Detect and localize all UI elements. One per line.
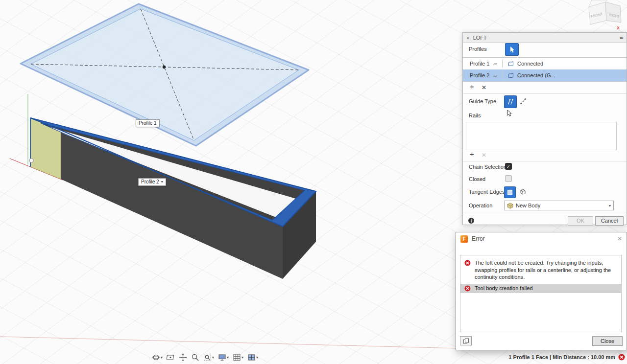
cursor-arrow-icon — [509, 46, 515, 53]
viewcube[interactable]: FRONT RIGHT X — [589, 0, 621, 30]
profiles-label: Profiles — [469, 46, 487, 52]
chain-selection-checkbox[interactable]: ✓ — [505, 163, 512, 170]
remove-profile-button[interactable]: ✕ — [482, 84, 486, 91]
collapse-panel-icon[interactable]: ▸▸ — [620, 35, 623, 40]
orbit-button[interactable]: ▾ — [152, 353, 163, 362]
profile-row-1[interactable]: Profile 1 ▱ Connected — [463, 58, 627, 69]
viewcube-right-face[interactable] — [605, 2, 621, 23]
separator — [463, 215, 627, 215]
separator — [463, 161, 627, 161]
look-at-icon — [167, 353, 175, 362]
chevron-down-icon: ▾ — [161, 355, 163, 360]
operation-value: New Body — [516, 203, 540, 208]
guide-type-label: Guide Type — [469, 98, 496, 104]
sketch-profile1[interactable] — [21, 4, 309, 146]
grid-snaps-button[interactable]: ▾ — [233, 353, 243, 362]
remove-rail-button[interactable]: ✕ — [482, 152, 486, 159]
sketch-center-point[interactable] — [163, 66, 166, 68]
fusion-window: FRONT RIGHT X Profile 1 Profile 2 ▾ ◐ LO… — [0, 0, 627, 364]
error-dialog: F Error ✕ The loft could not be created.… — [456, 232, 627, 350]
chevron-down-icon: ▾ — [212, 355, 214, 360]
profile-row-name: Profile 1 — [470, 61, 493, 67]
rails-select-button[interactable] — [506, 110, 512, 117]
profile-row-name: Profile 2 — [470, 72, 493, 78]
separator — [463, 93, 627, 94]
display-settings-icon — [218, 353, 226, 362]
error-close-button[interactable]: Close — [592, 336, 623, 346]
viewcube-x-axis-label: X — [617, 25, 620, 30]
face-sheet-icon — [507, 189, 513, 195]
navigation-toolbar: ▾ ▾ — [152, 353, 258, 362]
zoom-button[interactable] — [191, 353, 199, 362]
viewports-button[interactable]: ▾ — [247, 353, 258, 362]
look-at-button[interactable] — [167, 353, 175, 362]
display-settings-button[interactable]: ▾ — [218, 353, 229, 362]
cancel-button[interactable]: Cancel — [595, 216, 624, 226]
profile-loop-icon: ▱ — [493, 73, 502, 78]
check-icon: ✓ — [506, 164, 510, 169]
pan-icon — [179, 353, 187, 362]
error-message-text: Tool body creation failed — [475, 285, 533, 291]
closed-checkbox[interactable] — [505, 175, 512, 182]
loft-dialog: ◐ LOFT ▸▸ Profiles Profile 1 ▱ Connected… — [462, 32, 627, 225]
orbit-icon — [152, 353, 160, 362]
copy-to-clipboard-button[interactable] — [460, 336, 472, 345]
add-profile-button[interactable]: + — [470, 83, 474, 90]
rails-guide-icon — [507, 98, 514, 105]
chevron-down-icon: ▾ — [609, 204, 611, 208]
error-status-icon[interactable] — [618, 354, 625, 361]
loft-connection-icon — [507, 72, 514, 79]
ok-button[interactable]: OK — [568, 216, 593, 226]
error-dialog-title: Error — [472, 235, 485, 242]
selection-status-text: 1 Profile 1 Face | Min Distance : 10.00 … — [508, 354, 615, 360]
tangent-edges-label: Tangent Edges — [469, 189, 505, 195]
row-divider — [502, 71, 503, 79]
error-dialog-titlebar[interactable]: F Error ✕ — [456, 232, 627, 245]
info-icon[interactable] — [468, 217, 475, 224]
fit-icon — [203, 353, 212, 362]
operation-dropdown[interactable]: New Body ▾ — [504, 201, 614, 210]
zoom-icon — [191, 353, 199, 362]
chevron-down-icon: ▾ — [227, 355, 229, 360]
chevron-down-icon: ▾ — [241, 355, 243, 360]
guide-type-centerline-button[interactable] — [518, 96, 528, 106]
profile2-flag-label: Profile 2 — [141, 179, 159, 185]
rails-list-box[interactable] — [466, 122, 617, 150]
viewports-icon — [247, 353, 256, 362]
guide-type-rails-button[interactable] — [504, 95, 517, 108]
profile1-inner-rect[interactable] — [31, 9, 299, 140]
profiles-select-button[interactable] — [505, 43, 519, 56]
rails-label: Rails — [469, 113, 481, 118]
profile2-flag[interactable]: Profile 2 ▾ — [138, 178, 166, 186]
profile-row-status: Connected (G... — [517, 72, 555, 78]
error-icon — [464, 260, 471, 266]
loft-body[interactable] — [30, 118, 316, 279]
fit-button[interactable]: ▾ — [203, 353, 214, 362]
profile-row-status: Connected — [517, 61, 543, 67]
pan-button[interactable] — [179, 353, 187, 362]
error-message-list: The loft could not be created. Try chang… — [460, 255, 622, 332]
tangent-edges-on-button[interactable] — [504, 186, 516, 198]
grid-icon — [233, 353, 241, 362]
loft-dialog-header[interactable]: ◐ LOFT ▸▸ — [463, 33, 627, 43]
error-list-item[interactable]: The loft could not be created. Try chang… — [460, 255, 621, 284]
copy-icon — [463, 338, 469, 344]
close-icon[interactable]: ✕ — [617, 235, 622, 242]
fusion-logo-icon: F — [460, 235, 468, 243]
profile1-flag-label: Profile 1 — [139, 120, 157, 126]
centerline-guide-icon — [520, 98, 527, 105]
loft-connection-icon — [507, 61, 514, 67]
row-divider — [502, 60, 503, 68]
chevron-down-icon: ▾ — [256, 355, 258, 360]
error-list-item-selected[interactable]: Tool body creation failed — [460, 284, 621, 293]
sketch-origin-point[interactable] — [29, 159, 33, 162]
cursor-arrow-icon — [506, 110, 512, 117]
profile1-flag[interactable]: Profile 1 — [136, 119, 160, 127]
operation-label: Operation — [469, 203, 492, 208]
chain-selection-label: Chain Selection — [469, 164, 506, 170]
chevron-down-icon[interactable]: ▾ — [161, 179, 163, 185]
profile-row-2[interactable]: Profile 2 ▱ Connected (G... — [463, 69, 627, 81]
add-rail-button[interactable]: + — [470, 151, 474, 158]
tangent-edges-off-button[interactable] — [518, 187, 528, 197]
error-message-text: The loft could not be created. Try chang… — [475, 259, 616, 281]
